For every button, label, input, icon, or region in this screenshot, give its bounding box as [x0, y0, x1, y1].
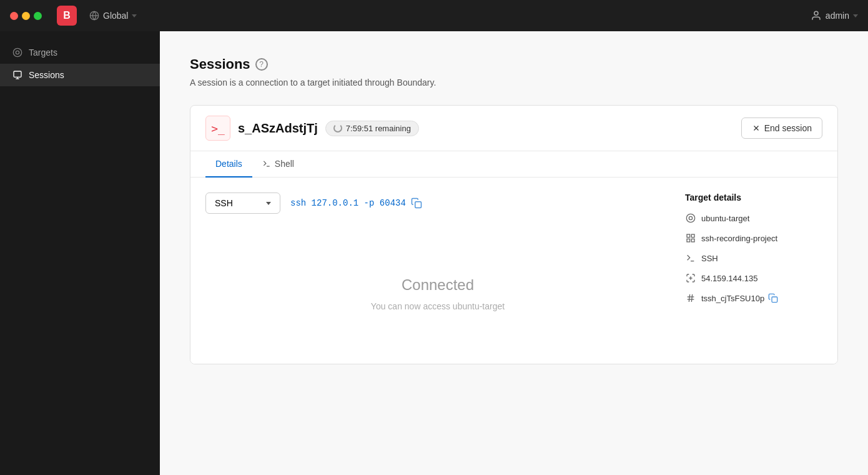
- sidebar-item-sessions[interactable]: Sessions: [0, 64, 160, 86]
- apps-detail-icon: [685, 232, 696, 244]
- help-icon[interactable]: ?: [255, 58, 268, 71]
- svg-point-2: [814, 11, 818, 15]
- connected-state: Connected You can now access ubuntu-targ…: [205, 239, 670, 349]
- tab-details-label: Details: [215, 159, 242, 169]
- session-id-copy-icon[interactable]: [768, 293, 778, 303]
- timer-circle-icon: [333, 124, 342, 132]
- target-detail-icon: [685, 212, 696, 224]
- ssh-dropdown[interactable]: SSH: [205, 192, 280, 214]
- detail-session-id: tssh_cjTsFSU10p: [685, 292, 822, 304]
- network-detail-icon: [685, 272, 696, 284]
- session-header: >_ s_ASzAdstjTj 7:59:51 remaining End se…: [190, 106, 837, 151]
- copy-icon[interactable]: [411, 198, 422, 209]
- ssh-command-display: ssh 127.0.0.1 -p 60434: [290, 198, 422, 209]
- sessions-icon: [12, 70, 22, 80]
- tab-shell[interactable]: Shell: [252, 151, 304, 178]
- detail-address: 54.159.144.135: [685, 272, 822, 284]
- titlebar-left: B Global: [10, 6, 142, 26]
- user-icon: [811, 10, 822, 21]
- ssh-dropdown-label: SSH: [215, 198, 233, 208]
- globe-icon: [89, 11, 99, 21]
- session-card: >_ s_ASzAdstjTj 7:59:51 remaining End se…: [190, 105, 838, 364]
- svg-point-13: [689, 216, 692, 219]
- admin-label: admin: [826, 11, 849, 21]
- page-subtitle: A session is a connection to a target in…: [190, 78, 838, 88]
- svg-rect-16: [687, 239, 690, 242]
- svg-point-12: [686, 214, 694, 222]
- shell-icon: [262, 159, 271, 168]
- hash-detail-icon: [685, 292, 696, 304]
- app-body: Targets Sessions Sessions ? A session is…: [0, 31, 868, 475]
- svg-rect-17: [691, 239, 694, 242]
- close-x-icon: [752, 124, 761, 132]
- maximize-button[interactable]: [34, 12, 42, 20]
- ssh-dropdown-chevron-icon: [266, 202, 271, 205]
- page-title: Sessions: [190, 56, 250, 72]
- session-body: SSH ssh 127.0.0.1 -p 60434 Connected: [190, 178, 837, 364]
- global-chevron-icon: [132, 14, 137, 18]
- ssh-command-text: ssh 127.0.0.1 -p 60434: [290, 198, 406, 208]
- minimize-button[interactable]: [22, 12, 30, 20]
- svg-point-3: [13, 48, 21, 56]
- timer-value: 7:59:51 remaining: [346, 124, 411, 133]
- sidebar: Targets Sessions: [0, 31, 160, 475]
- session-id-value: tssh_cjTsFSU10p: [701, 294, 764, 303]
- terminal-detail-icon: [685, 252, 696, 264]
- end-session-label: End session: [764, 123, 812, 133]
- detail-type: SSH: [685, 252, 822, 264]
- session-terminal-icon: >_: [205, 116, 230, 141]
- tab-details[interactable]: Details: [205, 151, 252, 178]
- detail-project: ssh-recording-project: [685, 232, 822, 244]
- target-details-panel: Target details ubuntu-target: [685, 192, 822, 349]
- svg-rect-11: [415, 202, 422, 208]
- svg-rect-25: [772, 297, 777, 302]
- svg-line-23: [689, 294, 689, 302]
- tab-shell-label: Shell: [275, 159, 294, 169]
- global-selector[interactable]: Global: [84, 8, 142, 23]
- address-value: 54.159.144.135: [701, 274, 757, 283]
- connected-subtitle: You can now access ubuntu-target: [371, 301, 505, 311]
- sidebar-item-targets[interactable]: Targets: [0, 41, 160, 64]
- end-session-button[interactable]: End session: [741, 118, 822, 139]
- sidebar-targets-label: Targets: [29, 48, 57, 58]
- svg-rect-15: [691, 234, 694, 238]
- session-tabs: Details Shell: [190, 151, 837, 178]
- svg-point-4: [16, 51, 19, 54]
- app-logo: B: [57, 6, 77, 26]
- svg-rect-14: [687, 234, 690, 238]
- session-id: s_ASzAdstjTj: [238, 121, 318, 136]
- global-label: Global: [103, 11, 128, 21]
- svg-line-24: [691, 294, 692, 302]
- titlebar: B Global admin: [0, 0, 868, 31]
- targets-icon: [12, 48, 22, 58]
- page-header: Sessions ?: [190, 56, 838, 72]
- ssh-row: SSH ssh 127.0.0.1 -p 60434: [205, 192, 670, 214]
- project-value: ssh-recording-project: [701, 234, 777, 243]
- svg-rect-5: [14, 71, 21, 77]
- titlebar-right: admin: [811, 10, 858, 21]
- session-timer: 7:59:51 remaining: [325, 121, 419, 136]
- type-value: SSH: [701, 254, 718, 263]
- close-button[interactable]: [10, 12, 18, 20]
- admin-selector[interactable]: admin: [811, 10, 858, 21]
- connected-title: Connected: [402, 276, 474, 294]
- session-main: SSH ssh 127.0.0.1 -p 60434 Connected: [205, 192, 670, 349]
- target-details-title: Target details: [685, 192, 822, 202]
- detail-target-name: ubuntu-target: [685, 212, 822, 224]
- session-id-container: tssh_cjTsFSU10p: [701, 293, 778, 303]
- session-header-left: >_ s_ASzAdstjTj 7:59:51 remaining: [205, 116, 419, 141]
- traffic-lights: [10, 12, 42, 20]
- main-content: Sessions ? A session is a connection to …: [160, 31, 868, 475]
- target-name-value: ubuntu-target: [701, 214, 749, 223]
- sidebar-sessions-label: Sessions: [29, 70, 64, 80]
- admin-chevron-icon: [853, 14, 858, 18]
